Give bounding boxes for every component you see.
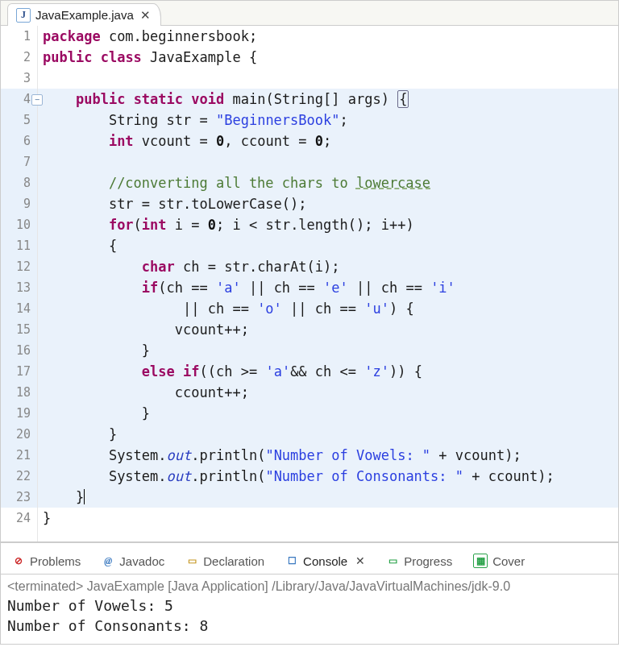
java-file-icon: J [16, 8, 31, 23]
tab-console-label: Console [303, 554, 347, 568]
gutter-line: 18 [1, 382, 37, 403]
close-icon[interactable]: ✕ [352, 554, 365, 567]
code-editor[interactable]: 1234−56789101112131415161718192021222324… [1, 26, 618, 542]
line-gutter: 1234−56789101112131415161718192021222324 [1, 26, 38, 541]
code-line[interactable]: } [38, 487, 618, 508]
code-area[interactable]: package com.beginnersbook;public class J… [38, 26, 618, 541]
console-line: Number of Vowels: 5 [7, 595, 612, 616]
code-line[interactable]: for(int i = 0; i < str.length(); i++) [38, 214, 618, 235]
problems-icon: ⊘ [12, 554, 25, 567]
console-output: <terminated> JavaExample [Java Applicati… [1, 575, 618, 644]
code-line[interactable]: || ch == 'o' || ch == 'u') { [38, 298, 618, 319]
gutter-line: 2 [1, 47, 37, 68]
fold-toggle-icon[interactable]: − [31, 94, 43, 106]
gutter-line: 21 [1, 445, 37, 466]
code-line[interactable]: System.out.println("Number of Vowels: " … [38, 445, 618, 466]
tab-coverage-label: Cover [492, 554, 525, 568]
javadoc-icon: @ [102, 554, 114, 567]
code-line[interactable]: } [38, 403, 618, 424]
tab-console[interactable]: ☐ Console ✕ [279, 552, 372, 570]
progress-icon: ▭ [386, 554, 399, 567]
code-line[interactable] [38, 68, 618, 89]
gutter-line: 10 [1, 214, 37, 235]
code-line[interactable]: String str = "BeginnersBook"; [38, 110, 618, 131]
gutter-line: 16 [1, 340, 37, 361]
gutter-line: 3 [1, 68, 37, 89]
gutter-line: 19 [1, 403, 37, 424]
gutter-line: 23 [1, 487, 37, 508]
gutter-line: 8 [1, 172, 37, 193]
editor-tab-java[interactable]: J JavaExample.java ✕ [7, 3, 161, 26]
tab-javadoc[interactable]: @ Javadoc [95, 552, 171, 570]
gutter-line: 4− [1, 89, 37, 110]
gutter-line: 14 [1, 298, 37, 319]
console-status: <terminated> JavaExample [Java Applicati… [7, 579, 612, 594]
tab-javadoc-label: Javadoc [119, 554, 164, 568]
gutter-line: 17 [1, 361, 37, 382]
code-line[interactable]: else if((ch >= 'a'&& ch <= 'z')) { [38, 361, 618, 382]
tab-declaration-label: Declaration [203, 554, 264, 568]
editor-tab-label: JavaExample.java [35, 8, 134, 22]
code-line[interactable]: if(ch == 'a' || ch == 'e' || ch == 'i' [38, 277, 618, 298]
gutter-line: 7 [1, 151, 37, 172]
code-line[interactable]: int vcount = 0, ccount = 0; [38, 131, 618, 151]
code-line[interactable] [38, 151, 618, 172]
tab-coverage[interactable]: ▦ Cover [467, 551, 531, 570]
tab-declaration[interactable]: ▭ Declaration [179, 552, 271, 570]
code-line[interactable]: } [38, 424, 618, 445]
gutter-line: 24 [1, 508, 37, 529]
gutter-line: 22 [1, 466, 37, 487]
bottom-panel: ⊘ Problems @ Javadoc ▭ Declaration ☐ Con… [0, 542, 619, 645]
code-line[interactable]: package com.beginnersbook; [38, 26, 618, 47]
code-line[interactable]: public class JavaExample { [38, 47, 618, 68]
code-line[interactable]: //converting all the chars to lowercase [38, 172, 618, 193]
tab-progress[interactable]: ▭ Progress [380, 552, 459, 570]
code-line[interactable]: public static void main(String[] args) { [38, 89, 618, 110]
gutter-line: 5 [1, 110, 37, 131]
gutter-line: 9 [1, 193, 37, 214]
code-line[interactable]: System.out.println("Number of Consonants… [38, 466, 618, 487]
tab-problems[interactable]: ⊘ Problems [6, 552, 87, 570]
console-icon: ☐ [285, 554, 298, 567]
close-icon[interactable]: ✕ [139, 9, 152, 21]
gutter-line: 6 [1, 131, 37, 151]
view-tabs: ⊘ Problems @ Javadoc ▭ Declaration ☐ Con… [1, 546, 618, 575]
gutter-line: 1 [1, 26, 37, 47]
gutter-line: 13 [1, 277, 37, 298]
code-line[interactable]: } [38, 508, 618, 529]
code-line[interactable]: char ch = str.charAt(i); [38, 256, 618, 277]
gutter-line: 11 [1, 235, 37, 256]
editor-tabbar: J JavaExample.java ✕ [1, 1, 618, 26]
coverage-icon: ▦ [473, 554, 488, 568]
gutter-line: 15 [1, 319, 37, 340]
tab-problems-label: Problems [30, 554, 81, 568]
gutter-line: 12 [1, 256, 37, 277]
code-line[interactable]: vcount++; [38, 319, 618, 340]
tab-progress-label: Progress [404, 554, 452, 568]
declaration-icon: ▭ [185, 554, 198, 567]
code-line[interactable]: { [38, 235, 618, 256]
gutter-line: 20 [1, 424, 37, 445]
code-line[interactable]: ccount++; [38, 382, 618, 403]
code-line[interactable]: str = str.toLowerCase(); [38, 193, 618, 214]
console-line: Number of Consonants: 8 [7, 616, 612, 636]
code-line[interactable]: } [38, 340, 618, 361]
